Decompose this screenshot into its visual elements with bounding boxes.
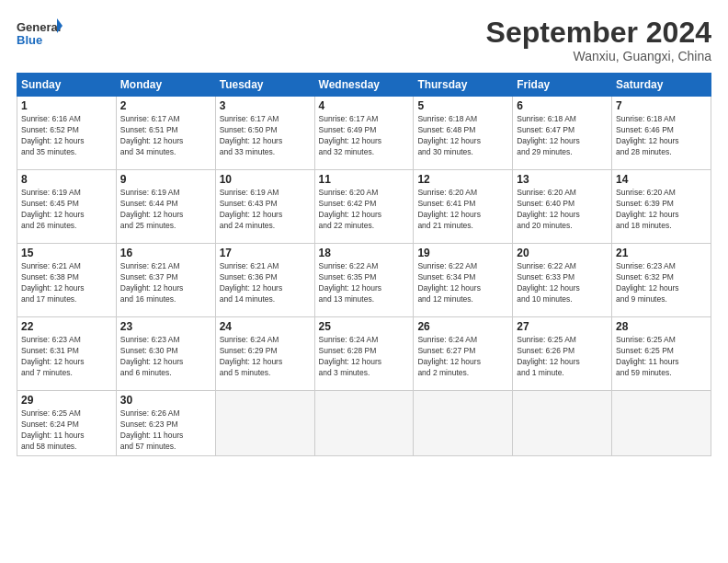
col-sunday: Sunday: [17, 74, 117, 97]
calendar-cell: 21Sunrise: 6:23 AMSunset: 6:32 PMDayligh…: [612, 244, 711, 317]
svg-text:Blue: Blue: [17, 33, 42, 47]
calendar-cell: 29Sunrise: 6:25 AMSunset: 6:24 PMDayligh…: [17, 391, 117, 456]
calendar-cell: 6Sunrise: 6:18 AMSunset: 6:47 PMDaylight…: [513, 97, 612, 170]
calendar-cell: 9Sunrise: 6:19 AMSunset: 6:44 PMDaylight…: [116, 170, 215, 244]
day-number: 6: [517, 99, 608, 112]
calendar-cell: 7Sunrise: 6:18 AMSunset: 6:46 PMDaylight…: [612, 97, 711, 170]
day-number: 27: [517, 320, 608, 333]
day-info: Sunrise: 6:18 AMSunset: 6:46 PMDaylight:…: [616, 114, 707, 158]
day-number: 12: [417, 173, 508, 186]
day-info: Sunrise: 6:25 AMSunset: 6:25 PMDaylight:…: [616, 335, 707, 379]
day-info: Sunrise: 6:22 AMSunset: 6:33 PMDaylight:…: [517, 261, 608, 305]
day-number: 3: [220, 99, 311, 112]
day-number: 2: [120, 99, 211, 112]
day-info: Sunrise: 6:19 AMSunset: 6:45 PMDaylight:…: [21, 188, 112, 232]
calendar-cell: 4Sunrise: 6:17 AMSunset: 6:49 PMDaylight…: [314, 97, 414, 170]
day-number: 25: [319, 320, 410, 333]
day-info: Sunrise: 6:24 AMSunset: 6:29 PMDaylight:…: [220, 335, 311, 379]
location: Wanxiu, Guangxi, China: [486, 49, 711, 63]
day-number: 1: [21, 99, 112, 112]
day-info: Sunrise: 6:19 AMSunset: 6:43 PMDaylight:…: [220, 188, 311, 232]
day-info: Sunrise: 6:21 AMSunset: 6:36 PMDaylight:…: [220, 261, 311, 305]
calendar-cell: 18Sunrise: 6:22 AMSunset: 6:35 PMDayligh…: [314, 244, 414, 317]
calendar-cell: 24Sunrise: 6:24 AMSunset: 6:29 PMDayligh…: [215, 317, 314, 391]
logo-icon: General Blue: [17, 17, 63, 52]
day-info: Sunrise: 6:19 AMSunset: 6:44 PMDaylight:…: [120, 188, 211, 232]
calendar-cell: [513, 391, 612, 456]
day-number: 4: [319, 99, 410, 112]
col-friday: Friday: [513, 74, 612, 97]
calendar-cell: 1Sunrise: 6:16 AMSunset: 6:52 PMDaylight…: [17, 97, 117, 170]
col-thursday: Thursday: [414, 74, 513, 97]
calendar-cell: 10Sunrise: 6:19 AMSunset: 6:43 PMDayligh…: [215, 170, 314, 244]
col-monday: Monday: [116, 74, 215, 97]
day-number: 23: [120, 320, 211, 333]
day-info: Sunrise: 6:17 AMSunset: 6:50 PMDaylight:…: [220, 114, 311, 158]
day-info: Sunrise: 6:23 AMSunset: 6:30 PMDaylight:…: [120, 335, 211, 379]
day-info: Sunrise: 6:23 AMSunset: 6:32 PMDaylight:…: [616, 261, 707, 305]
day-info: Sunrise: 6:25 AMSunset: 6:26 PMDaylight:…: [517, 335, 608, 379]
day-info: Sunrise: 6:21 AMSunset: 6:37 PMDaylight:…: [120, 261, 211, 305]
calendar-cell: 28Sunrise: 6:25 AMSunset: 6:25 PMDayligh…: [612, 317, 711, 391]
day-number: 10: [220, 173, 311, 186]
day-info: Sunrise: 6:20 AMSunset: 6:39 PMDaylight:…: [616, 188, 707, 232]
calendar-cell: 13Sunrise: 6:20 AMSunset: 6:40 PMDayligh…: [513, 170, 612, 244]
page: General Blue September 2024 Wanxiu, Guan…: [0, 0, 728, 563]
calendar-cell: 16Sunrise: 6:21 AMSunset: 6:37 PMDayligh…: [116, 244, 215, 317]
day-info: Sunrise: 6:18 AMSunset: 6:48 PMDaylight:…: [417, 114, 508, 158]
col-wednesday: Wednesday: [314, 74, 414, 97]
col-tuesday: Tuesday: [215, 74, 314, 97]
calendar-cell: 30Sunrise: 6:26 AMSunset: 6:23 PMDayligh…: [116, 391, 215, 456]
logo: General Blue: [17, 17, 63, 52]
day-info: Sunrise: 6:20 AMSunset: 6:42 PMDaylight:…: [319, 188, 410, 232]
day-info: Sunrise: 6:25 AMSunset: 6:24 PMDaylight:…: [21, 408, 112, 453]
title-block: September 2024 Wanxiu, Guangxi, China: [486, 17, 711, 63]
month-title: September 2024: [486, 17, 711, 49]
calendar: Sunday Monday Tuesday Wednesday Thursday…: [17, 73, 711, 456]
calendar-cell: 5Sunrise: 6:18 AMSunset: 6:48 PMDaylight…: [414, 97, 513, 170]
calendar-cell: 20Sunrise: 6:22 AMSunset: 6:33 PMDayligh…: [513, 244, 612, 317]
day-number: 19: [417, 247, 508, 259]
day-number: 5: [417, 99, 508, 112]
calendar-cell: 19Sunrise: 6:22 AMSunset: 6:34 PMDayligh…: [414, 244, 513, 317]
calendar-cell: 11Sunrise: 6:20 AMSunset: 6:42 PMDayligh…: [314, 170, 414, 244]
day-info: Sunrise: 6:23 AMSunset: 6:31 PMDaylight:…: [21, 335, 112, 379]
day-info: Sunrise: 6:20 AMSunset: 6:41 PMDaylight:…: [417, 188, 508, 232]
calendar-cell: 3Sunrise: 6:17 AMSunset: 6:50 PMDaylight…: [215, 97, 314, 170]
day-number: 11: [319, 173, 410, 186]
day-number: 18: [319, 247, 410, 259]
day-info: Sunrise: 6:24 AMSunset: 6:28 PMDaylight:…: [319, 335, 410, 379]
calendar-cell: 26Sunrise: 6:24 AMSunset: 6:27 PMDayligh…: [414, 317, 513, 391]
day-number: 26: [417, 320, 508, 333]
day-info: Sunrise: 6:22 AMSunset: 6:35 PMDaylight:…: [319, 261, 410, 305]
day-number: 24: [220, 320, 311, 333]
day-number: 15: [21, 247, 112, 259]
day-info: Sunrise: 6:26 AMSunset: 6:23 PMDaylight:…: [120, 408, 211, 453]
calendar-cell: 25Sunrise: 6:24 AMSunset: 6:28 PMDayligh…: [314, 317, 414, 391]
calendar-cell: 22Sunrise: 6:23 AMSunset: 6:31 PMDayligh…: [17, 317, 117, 391]
day-number: 8: [21, 173, 112, 186]
calendar-cell: [414, 391, 513, 456]
day-number: 13: [517, 173, 608, 186]
header-row: Sunday Monday Tuesday Wednesday Thursday…: [17, 74, 711, 97]
day-info: Sunrise: 6:16 AMSunset: 6:52 PMDaylight:…: [21, 114, 112, 158]
calendar-cell: 15Sunrise: 6:21 AMSunset: 6:38 PMDayligh…: [17, 244, 117, 317]
day-info: Sunrise: 6:17 AMSunset: 6:51 PMDaylight:…: [120, 114, 211, 158]
calendar-cell: 17Sunrise: 6:21 AMSunset: 6:36 PMDayligh…: [215, 244, 314, 317]
day-info: Sunrise: 6:22 AMSunset: 6:34 PMDaylight:…: [417, 261, 508, 305]
calendar-cell: [314, 391, 414, 456]
day-info: Sunrise: 6:17 AMSunset: 6:49 PMDaylight:…: [319, 114, 410, 158]
calendar-cell: 8Sunrise: 6:19 AMSunset: 6:45 PMDaylight…: [17, 170, 117, 244]
day-info: Sunrise: 6:18 AMSunset: 6:47 PMDaylight:…: [517, 114, 608, 158]
day-info: Sunrise: 6:21 AMSunset: 6:38 PMDaylight:…: [21, 261, 112, 305]
col-saturday: Saturday: [612, 74, 711, 97]
day-number: 22: [21, 320, 112, 333]
calendar-cell: [215, 391, 314, 456]
day-number: 9: [120, 173, 211, 186]
calendar-cell: 12Sunrise: 6:20 AMSunset: 6:41 PMDayligh…: [414, 170, 513, 244]
day-number: 28: [616, 320, 707, 333]
day-number: 30: [120, 394, 211, 407]
calendar-cell: 27Sunrise: 6:25 AMSunset: 6:26 PMDayligh…: [513, 317, 612, 391]
day-number: 16: [120, 247, 211, 259]
calendar-cell: 2Sunrise: 6:17 AMSunset: 6:51 PMDaylight…: [116, 97, 215, 170]
